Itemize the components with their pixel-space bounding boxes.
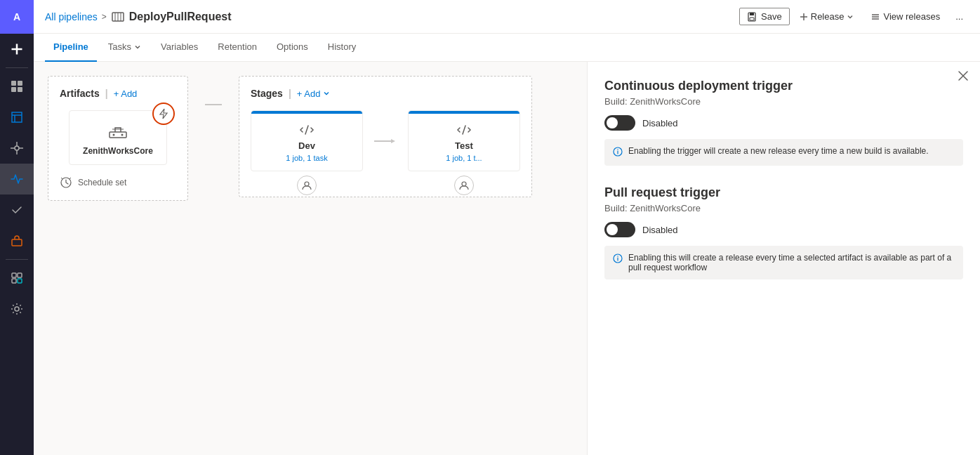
right-panel: Continuous deployment trigger Build: Zen… [587, 62, 980, 455]
all-pipelines-link[interactable]: All pipelines [45, 11, 98, 22]
pr-trigger-info-text: Enabling this will create a release ever… [628, 253, 955, 272]
save-label: Save [761, 11, 782, 22]
release-add-icon [800, 13, 808, 21]
view-releases-button[interactable]: View releases [863, 8, 947, 25]
cd-trigger-section: Continuous deployment trigger Build: Zen… [604, 79, 963, 166]
schedule-icon [60, 176, 72, 189]
stage-card-dev[interactable]: Dev 1 job, 1 task [251, 110, 363, 171]
schedule-item[interactable]: Schedule set [60, 176, 176, 189]
artifact-build-icon [107, 119, 129, 142]
sidebar: A [0, 0, 34, 455]
cd-trigger-subtitle: Build: ZenithWorksCore [604, 96, 963, 107]
save-button[interactable]: Save [739, 8, 790, 25]
save-icon [747, 12, 757, 22]
pr-info-icon [613, 253, 623, 272]
artifacts-add-button[interactable]: + Add [114, 88, 138, 99]
svg-point-26 [305, 182, 309, 186]
sidebar-item-repos[interactable] [0, 133, 34, 164]
cd-trigger-button[interactable] [152, 103, 175, 125]
pipeline-icon [111, 10, 125, 24]
more-button[interactable]: ... [950, 8, 969, 25]
svg-rect-4 [11, 87, 16, 92]
stages-row: Dev 1 job, 1 task [251, 110, 520, 185]
more-icon: ... [955, 11, 963, 22]
svg-rect-9 [18, 273, 22, 277]
svg-point-23 [113, 134, 115, 136]
sidebar-item-testplans[interactable] [0, 194, 34, 225]
stages-section: Stages | + Add [239, 76, 532, 197]
stage-arrow-icon [391, 138, 397, 145]
release-chevron-icon [847, 13, 854, 20]
tab-options[interactable]: Options [268, 34, 317, 62]
svg-rect-16 [750, 18, 754, 20]
svg-rect-11 [18, 279, 22, 283]
tab-tasks[interactable]: Tasks [100, 34, 150, 62]
svg-point-12 [15, 307, 19, 311]
topbar: All pipelines > DeployPullRequest Save R… [34, 0, 980, 34]
sidebar-item-pipelines[interactable] [0, 164, 34, 194]
dev-person-icon [302, 180, 312, 190]
content: Artifacts | + Add [34, 62, 980, 455]
lightning-icon [158, 108, 169, 119]
svg-rect-5 [18, 87, 22, 92]
connector-line [205, 76, 222, 105]
cd-trigger-title: Continuous deployment trigger [604, 79, 963, 93]
right-panel-content: Continuous deployment trigger Build: Zen… [588, 62, 980, 455]
svg-rect-10 [12, 279, 16, 283]
close-icon [958, 70, 969, 81]
pipeline-sections: Artifacts | + Add [48, 76, 573, 201]
stages-add-button[interactable]: + Add [297, 88, 331, 99]
artifacts-section: Artifacts | + Add [48, 76, 188, 201]
release-label: Release [811, 11, 845, 22]
sidebar-item-extensions[interactable] [0, 263, 34, 294]
view-releases-label: View releases [883, 11, 940, 22]
pr-trigger-toggle-label: Disabled [642, 225, 678, 235]
release-button[interactable]: Release [793, 8, 861, 25]
svg-rect-22 [110, 132, 126, 138]
sidebar-item-add[interactable] [0, 34, 34, 65]
releases-list-icon [870, 12, 880, 22]
svg-point-6 [15, 146, 19, 150]
artifact-card: ZenithWorksCore [69, 110, 167, 165]
dev-stage-tasks[interactable]: 1 job, 1 task [286, 154, 327, 162]
avatar[interactable]: A [0, 0, 34, 34]
schedule-label: Schedule set [78, 178, 126, 187]
dev-approvals-button[interactable] [297, 176, 317, 195]
main: All pipelines > DeployPullRequest Save R… [34, 0, 980, 455]
pr-trigger-toggle[interactable] [604, 222, 635, 237]
artifacts-header: Artifacts | + Add [60, 88, 176, 99]
test-stage-name: Test [455, 140, 473, 151]
tab-pipeline[interactable]: Pipeline [45, 34, 97, 62]
tab-retention[interactable]: Retention [209, 34, 265, 62]
breadcrumb-separator: > [102, 12, 107, 22]
test-approvals-button[interactable] [454, 176, 474, 195]
tab-history[interactable]: History [319, 34, 364, 62]
test-stage-tasks[interactable]: 1 job, 1 t... [446, 154, 482, 162]
sidebar-item-artifacts[interactable] [0, 225, 34, 256]
cd-trigger-info: Enabling the trigger will create a new r… [604, 139, 963, 166]
svg-point-27 [462, 182, 466, 186]
tab-variables[interactable]: Variables [152, 34, 206, 62]
svg-point-29 [617, 149, 618, 150]
cd-trigger-info-text: Enabling the trigger will create a new r… [628, 146, 929, 159]
stage-card-test[interactable]: Test 1 job, 1 t... [408, 110, 520, 171]
cd-trigger-toggle[interactable] [604, 115, 635, 131]
svg-rect-3 [18, 81, 22, 86]
sidebar-item-settings[interactable] [0, 294, 34, 324]
cd-trigger-toggle-label: Disabled [642, 118, 678, 128]
pr-trigger-section: Pull request trigger Build: ZenithWorksC… [604, 185, 963, 279]
artifacts-title: Artifacts [60, 88, 100, 99]
close-panel-button[interactable] [958, 70, 969, 84]
dev-stage-name: Dev [298, 140, 315, 151]
stages-header: Stages | + Add [251, 88, 520, 99]
pr-trigger-subtitle: Build: ZenithWorksCore [604, 203, 963, 213]
svg-point-24 [121, 134, 124, 136]
cd-trigger-toggle-row: Disabled [604, 115, 963, 131]
sidebar-item-boards[interactable] [0, 102, 34, 133]
pr-trigger-info: Enabling this will create a release ever… [604, 246, 963, 279]
svg-rect-7 [12, 239, 22, 246]
sidebar-item-summary[interactable] [0, 71, 34, 102]
pipeline-title: DeployPullRequest [129, 11, 232, 23]
dev-stage-icon [299, 122, 314, 138]
pr-trigger-toggle-row: Disabled [604, 222, 963, 237]
